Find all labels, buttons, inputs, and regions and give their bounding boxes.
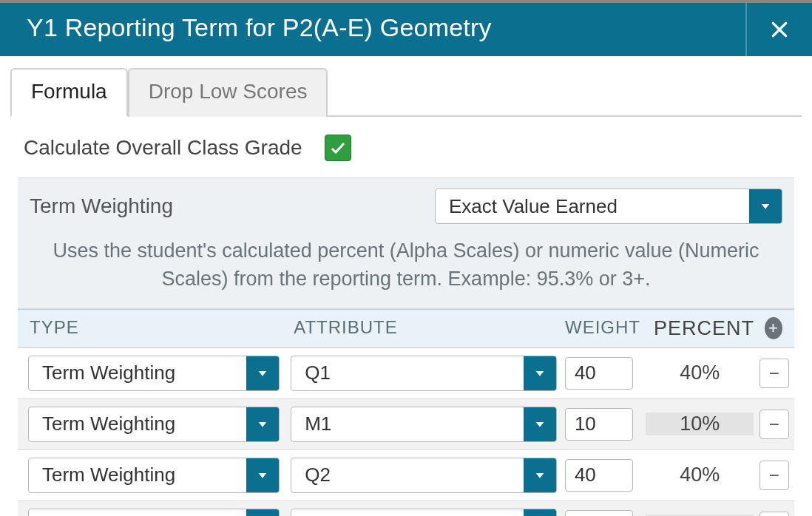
weight-grid: TYPE ATTRIBUTE WEIGHT PERCENT + Term Wei… bbox=[18, 309, 794, 516]
close-icon bbox=[770, 20, 789, 39]
grid-header: TYPE ATTRIBUTE WEIGHT PERCENT + bbox=[18, 310, 794, 348]
cell-action: − bbox=[754, 359, 794, 388]
chevron-down-icon bbox=[246, 509, 279, 516]
remove-row-button[interactable]: − bbox=[759, 461, 789, 490]
svg-marker-2 bbox=[536, 371, 544, 376]
calc-overall-checkbox[interactable] bbox=[325, 135, 351, 161]
dialog-body: Formula Drop Low Scores Calculate Overal… bbox=[0, 56, 812, 516]
attribute-select[interactable]: F1 bbox=[291, 509, 557, 516]
dialog-reporting-term: Y1 Reporting Term for P2(A-E) Geometry F… bbox=[0, 0, 812, 516]
calc-overall-row: Calculate Overall Class Grade bbox=[18, 135, 794, 177]
attribute-select[interactable]: M1 bbox=[291, 407, 557, 442]
cell-type: Term Weighting bbox=[18, 356, 285, 391]
minus-icon: − bbox=[769, 414, 779, 435]
remove-row-button[interactable]: − bbox=[759, 512, 789, 516]
chevron-down-icon bbox=[749, 189, 782, 223]
svg-marker-6 bbox=[536, 473, 544, 478]
attribute-select-value: M1 bbox=[291, 413, 524, 435]
weight-input[interactable] bbox=[565, 357, 633, 390]
tab-bar: Formula Drop Low Scores bbox=[10, 67, 802, 117]
svg-marker-0 bbox=[762, 204, 770, 209]
attribute-select-value: Q2 bbox=[291, 464, 524, 486]
minus-icon: − bbox=[769, 363, 779, 384]
term-weighting-description: Uses the student's calculated percent (A… bbox=[30, 237, 782, 293]
type-select-value: Term Weighting bbox=[29, 413, 246, 435]
check-icon bbox=[329, 139, 347, 157]
type-select-value: Term Weighting bbox=[29, 361, 246, 384]
cell-action: − bbox=[754, 461, 794, 490]
cell-weight bbox=[559, 510, 646, 516]
col-header-action: + bbox=[753, 310, 794, 347]
attribute-select[interactable]: Q2 bbox=[291, 458, 557, 493]
dialog-title: Y1 Reporting Term for P2(A-E) Geometry bbox=[0, 3, 745, 56]
chevron-down-icon bbox=[524, 356, 556, 390]
cell-type: Term Weighting bbox=[18, 407, 285, 442]
dialog-header: Y1 Reporting Term for P2(A-E) Geometry bbox=[0, 3, 812, 56]
cell-weight bbox=[559, 357, 646, 390]
tab-drop-low-scores[interactable]: Drop Low Scores bbox=[128, 68, 328, 117]
col-header-type: TYPE bbox=[18, 310, 282, 347]
table-row: Term WeightingQ140%− bbox=[18, 348, 794, 399]
cell-attribute: Q2 bbox=[285, 458, 559, 493]
remove-row-button[interactable]: − bbox=[759, 359, 789, 388]
cell-action: − bbox=[754, 512, 794, 516]
cell-type: Term Weighting bbox=[18, 458, 285, 493]
plus-icon: + bbox=[768, 320, 779, 336]
table-row: Term WeightingF110%− bbox=[18, 501, 794, 516]
cell-weight bbox=[559, 459, 646, 492]
type-select-value: Term Weighting bbox=[29, 464, 246, 486]
chevron-down-icon bbox=[524, 509, 556, 516]
svg-marker-5 bbox=[259, 473, 267, 478]
term-weighting-method-select[interactable]: Exact Value Earned bbox=[435, 189, 782, 224]
type-select[interactable]: Term Weighting bbox=[28, 458, 280, 493]
weight-input[interactable] bbox=[565, 459, 633, 492]
svg-marker-4 bbox=[536, 422, 544, 427]
weight-input[interactable] bbox=[565, 408, 633, 441]
type-select[interactable]: Term Weighting bbox=[28, 407, 280, 442]
svg-marker-3 bbox=[259, 422, 267, 427]
chevron-down-icon bbox=[246, 356, 279, 390]
attribute-select-value: Q1 bbox=[291, 361, 524, 384]
col-header-weight: WEIGHT bbox=[553, 310, 642, 347]
term-weighting-method-value: Exact Value Earned bbox=[436, 195, 749, 218]
term-weighting-panel: Term Weighting Exact Value Earned Uses t… bbox=[18, 177, 794, 309]
add-row-button[interactable]: + bbox=[765, 317, 782, 339]
type-select[interactable]: Term Weighting bbox=[28, 356, 280, 391]
term-weighting-row: Term Weighting Exact Value Earned bbox=[30, 189, 782, 224]
chevron-down-icon bbox=[246, 458, 279, 492]
cell-attribute: Q1 bbox=[285, 356, 559, 391]
grid-body: Term WeightingQ140%−Term WeightingM110%−… bbox=[18, 348, 794, 516]
calc-overall-label: Calculate Overall Class Grade bbox=[24, 136, 302, 160]
cell-percent: 40% bbox=[646, 464, 754, 486]
close-button[interactable] bbox=[745, 3, 812, 56]
cell-attribute: F1 bbox=[285, 509, 559, 516]
table-row: Term WeightingQ240%− bbox=[18, 450, 794, 501]
chevron-down-icon bbox=[524, 458, 556, 492]
remove-row-button[interactable]: − bbox=[759, 410, 789, 439]
cell-percent: 10% bbox=[646, 413, 754, 435]
type-select[interactable]: Term Weighting bbox=[28, 509, 280, 516]
chevron-down-icon bbox=[246, 407, 279, 441]
cell-percent: 40% bbox=[646, 361, 754, 384]
weight-input[interactable] bbox=[565, 510, 633, 516]
col-header-percent: PERCENT bbox=[642, 310, 753, 347]
tab-formula[interactable]: Formula bbox=[10, 68, 128, 117]
svg-marker-1 bbox=[259, 371, 267, 376]
formula-section: Calculate Overall Class Grade Term Weigh… bbox=[10, 117, 802, 516]
attribute-select[interactable]: Q1 bbox=[291, 356, 557, 391]
col-header-attribute: ATTRIBUTE bbox=[282, 310, 553, 347]
cell-action: − bbox=[754, 410, 794, 439]
table-row: Term WeightingM110%− bbox=[18, 399, 794, 450]
cell-type: Term Weighting bbox=[18, 509, 285, 516]
cell-attribute: M1 bbox=[285, 407, 559, 442]
minus-icon: − bbox=[769, 465, 779, 486]
chevron-down-icon bbox=[524, 407, 556, 441]
term-weighting-label: Term Weighting bbox=[30, 194, 173, 218]
cell-weight bbox=[559, 408, 646, 441]
